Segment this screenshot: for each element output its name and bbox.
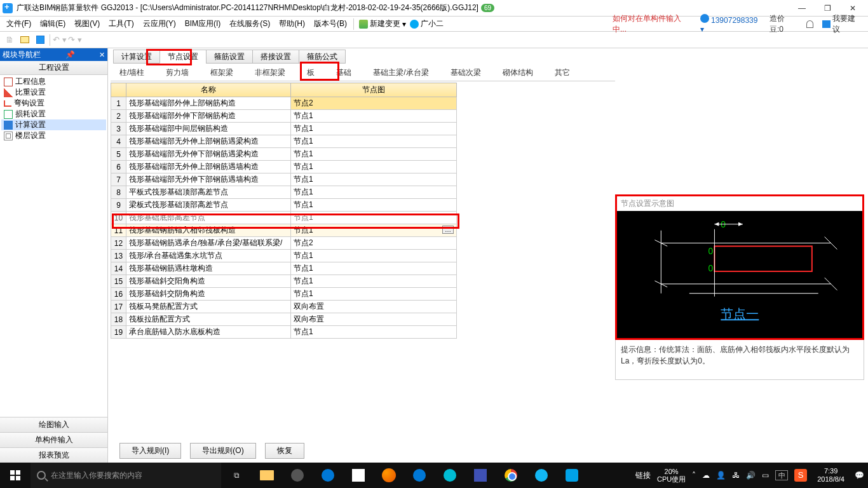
menu-tools[interactable]: 工具(T) (105, 17, 137, 30)
table-row[interactable]: 8平板式筏形基础顶部高差节点节点1 (111, 186, 457, 199)
node-table[interactable]: 名称 节点图 1筏形基础端部外伸上部钢筋构造节点22筏形基础端部外伸下部钢筋构造… (111, 83, 457, 339)
nav-draw-input[interactable]: 绘图输入 (0, 417, 107, 432)
ie-icon[interactable] (435, 463, 465, 488)
tray-volume-icon[interactable]: 🔊 (746, 471, 756, 480)
menu-online[interactable]: 在线服务(S) (226, 17, 274, 30)
bell-icon[interactable] (806, 20, 814, 28)
menu-file[interactable]: 文件(F) (3, 17, 35, 30)
ggj-icon[interactable] (557, 463, 587, 488)
tab-lap[interactable]: 搭接设置 (252, 50, 299, 64)
table-row[interactable]: 7筏形基础端部无外伸下部钢筋遇墙构造节点1 (111, 173, 457, 186)
table-row[interactable]: 13筏形/承台基础遇集水坑节点节点1 (111, 250, 457, 262)
table-row[interactable]: 15筏形基础斜交阳角构造节点1 (111, 275, 457, 288)
table-row[interactable]: 5筏形基础端部无外伸下部钢筋遇梁构造节点1 (111, 148, 457, 161)
save-button[interactable] (33, 33, 47, 47)
sogou-icon[interactable]: S (794, 469, 807, 482)
tab2-nframe[interactable]: 非框架梁 (248, 65, 292, 80)
tree-item-weight[interactable]: 比重设置 (1, 87, 106, 98)
tray-people-icon[interactable]: 👤 (716, 471, 726, 480)
table-row[interactable]: 12筏形基础钢筋遇承台/独基/承台梁/基础联系梁/节点2 (111, 237, 457, 250)
table-row[interactable]: 17筏板马凳筋配置方式双向布置 (111, 301, 457, 313)
user-icon (700, 14, 709, 23)
tray-app-icon[interactable]: ▭ (762, 471, 769, 480)
tab2-fsec[interactable]: 基础次梁 (444, 65, 487, 80)
gxe-button[interactable]: 广小二 (410, 18, 444, 29)
cell-more-button[interactable]: … (442, 226, 454, 234)
qq-icon[interactable] (526, 463, 557, 488)
feedback-button[interactable]: 我要建议 (822, 13, 862, 35)
tree-item-hook[interactable]: 弯钩设置 (1, 98, 106, 109)
tray-notifications-icon[interactable]: 💬 (855, 471, 864, 480)
table-row[interactable]: 6筏形基础端部无外伸上部钢筋遇墙构造节点1 (111, 161, 457, 173)
tray-clock[interactable]: 7:392018/8/4 (813, 467, 848, 484)
tab-formula[interactable]: 箍筋公式 (299, 50, 346, 64)
table-row[interactable]: 2筏形基础端部外伸下部钢筋构造节点1 (111, 110, 457, 123)
menu-cloud[interactable]: 云应用(Y) (139, 17, 180, 30)
table-row[interactable]: 4筏形基础端部无外伸上部钢筋遇梁构造节点1 (111, 135, 457, 148)
import-rules-button[interactable]: 导入规则(I) (119, 443, 181, 459)
table-row[interactable]: 3筏形基础端部中间层钢筋构造节点1 (111, 123, 457, 135)
tab-stirrup[interactable]: 箍筋设置 (206, 50, 253, 64)
tab2-shear[interactable]: 剪力墙 (159, 65, 195, 80)
ime-indicator[interactable]: 中 (775, 470, 788, 480)
menu-help[interactable]: 帮助(H) (275, 17, 309, 30)
new-change-button[interactable]: 新建变更 ▾ (359, 18, 406, 29)
tab2-fmain[interactable]: 基础主梁/承台梁 (367, 65, 435, 80)
new-file-button[interactable]: 🗎 (3, 33, 17, 47)
tree-item-calc[interactable]: 计算设置 (1, 119, 106, 130)
tab-calc[interactable]: 计算设置 (113, 50, 160, 64)
tree-item-floor[interactable]: 楼层设置 (1, 130, 106, 141)
nav-section[interactable]: 工程设置 (0, 61, 107, 75)
table-row[interactable]: 19承台底筋锚入防水底板构造节点1 (111, 326, 457, 339)
table-row[interactable]: 11筏形基础钢筋锚入相邻筏板构造节点1… (111, 224, 457, 237)
pin-icon[interactable]: 📌 (65, 50, 75, 59)
hint-link[interactable]: 如何对在单构件输入中... (613, 13, 691, 35)
diagram-link[interactable]: 节点一 (721, 307, 759, 321)
menu-view[interactable]: 视图(V) (71, 17, 104, 30)
undo-button[interactable]: ↶ ▾ (53, 33, 67, 47)
nav-single-input[interactable]: 单构件输入 (0, 432, 107, 447)
export-rules-button[interactable]: 导出规则(O) (190, 443, 255, 459)
menu-version[interactable]: 版本号(B) (310, 17, 351, 30)
edge-icon[interactable] (313, 463, 343, 488)
tab2-column[interactable]: 柱/墙柱 (113, 65, 151, 80)
app1-icon[interactable] (282, 463, 313, 488)
explorer-icon[interactable] (252, 463, 282, 488)
app2-icon[interactable] (465, 463, 496, 488)
table-row[interactable]: 10筏形基础底部高差节点节点1 (111, 212, 457, 224)
tray-network-icon[interactable]: 🖧 (732, 471, 740, 480)
table-row[interactable]: 1筏形基础端部外伸上部钢筋构造节点2 (111, 97, 457, 110)
user-phone[interactable]: 13907298339 ▾ (700, 14, 761, 34)
restore-button[interactable]: 恢复 (265, 443, 304, 459)
edge2-icon[interactable] (404, 463, 435, 488)
menu-bim[interactable]: BIM应用(I) (181, 17, 225, 30)
tab2-slab[interactable]: 板 (301, 65, 321, 80)
tray-link[interactable]: 链接 (635, 470, 651, 481)
tab2-frame[interactable]: 框架梁 (204, 65, 240, 80)
tab2-other[interactable]: 其它 (548, 65, 576, 80)
tree-item-project-info[interactable]: 工程信息 (1, 76, 106, 87)
nav-close-icon[interactable]: ✕ (99, 51, 105, 59)
table-row[interactable]: 14筏形基础钢筋遇柱墩构造节点1 (111, 262, 457, 275)
tab2-foundation[interactable]: 基础 (330, 65, 358, 80)
table-row[interactable]: 16筏形基础斜交阴角构造节点1 (111, 288, 457, 301)
chrome-icon[interactable] (496, 463, 526, 488)
store-icon[interactable] (343, 463, 374, 488)
menu-edit[interactable]: 编辑(E) (36, 17, 69, 30)
firefox-icon[interactable] (374, 463, 404, 488)
tray-up-icon[interactable]: ˄ (692, 471, 696, 480)
agent-icon (410, 20, 419, 29)
tray-onedrive-icon[interactable]: ☁ (702, 471, 710, 480)
nav-report[interactable]: 报表预览 (0, 447, 107, 463)
table-row[interactable]: 9梁板式筏形基础顶部高差节点节点1 (111, 199, 457, 212)
open-file-button[interactable] (18, 33, 32, 47)
tree-item-loss[interactable]: 损耗设置 (1, 109, 106, 119)
table-row[interactable]: 18筏板拉筋配置方式双向布置 (111, 313, 457, 326)
redo-button[interactable]: ↷ ▾ (68, 33, 82, 47)
taskbar-search[interactable]: 在这里输入你要搜索的内容 (31, 463, 221, 488)
tab2-masonry[interactable]: 砌体结构 (496, 65, 539, 80)
window-title: 广联达BIM钢筋算量软件 GGJ2013 - [C:\Users\Adminis… (17, 3, 478, 13)
tab-node[interactable]: 节点设置 (159, 50, 207, 64)
start-button[interactable] (0, 463, 31, 488)
taskview-icon[interactable]: ⧉ (221, 463, 252, 488)
